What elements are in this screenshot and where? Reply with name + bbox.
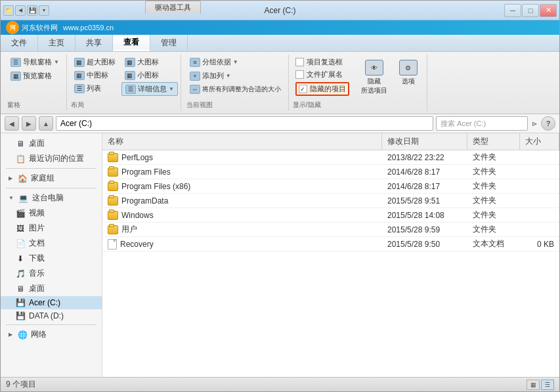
- table-row[interactable]: Program Files 2014/6/28 8:17 文件夹: [102, 165, 559, 179]
- sidebar-item-recent[interactable]: 📋 最近访问的位置: [1, 151, 102, 166]
- sidebar-item-music[interactable]: 🎵 音乐: [1, 266, 102, 281]
- preview-pane-button[interactable]: ▦ 预览窗格: [7, 70, 62, 82]
- file-ext-row[interactable]: 文件扩展名: [295, 70, 349, 79]
- table-row[interactable]: Program Files (x86) 2014/6/28 8:17 文件夹: [102, 179, 559, 194]
- add-col-button[interactable]: + 添加列 ▼: [186, 70, 284, 82]
- details-btn[interactable]: ☰ 详细信息 ▼: [121, 82, 178, 96]
- small-icon-btn[interactable]: ▦ 小图标: [121, 69, 178, 81]
- list-btn[interactable]: ☰ 列表: [71, 82, 119, 95]
- sidebar-item-desktop2[interactable]: 🖥 桌面: [1, 281, 102, 296]
- large-icon-btn[interactable]: ▦ 大图标: [121, 56, 178, 68]
- sidebar-item-downloads[interactable]: ⬇ 下载: [1, 251, 102, 266]
- sidebar-item-data-d[interactable]: 💾 DATA (D:): [1, 309, 102, 322]
- close-button[interactable]: ✕: [540, 4, 557, 17]
- hidden-items-row[interactable]: 隐藏的项目: [295, 82, 349, 96]
- save-quick-icon[interactable]: 💾: [27, 5, 37, 16]
- search-field[interactable]: 搜索 Acer (C:): [436, 116, 528, 131]
- sidebar-item-pictures[interactable]: 🖼 图片: [1, 221, 102, 236]
- options-icon: ⚙: [399, 60, 418, 76]
- file-date: 2015/5/28 9:59: [382, 225, 467, 234]
- small-icon: ▦: [125, 71, 135, 80]
- back-button[interactable]: ◀: [5, 116, 19, 131]
- details-icon: ☰: [125, 85, 136, 94]
- group-by-button[interactable]: ≡ 分组依据 ▼: [186, 56, 284, 68]
- col-header-type[interactable]: 类型: [467, 133, 520, 150]
- driver-tools-tab[interactable]: 驱动器工具: [145, 1, 201, 14]
- file-name-cell: Program Files: [102, 167, 382, 177]
- title-bar-icons: 📁 ◀ 💾 ▼: [3, 5, 49, 16]
- sidebar-item-label-recent: 最近访问的位置: [29, 153, 84, 164]
- medium-icon: ▦: [74, 71, 85, 80]
- tab-file[interactable]: 文件: [1, 35, 38, 51]
- sidebar-item-videos[interactable]: 🎬 视频: [1, 206, 102, 221]
- ribbon-group-show-hide: 项目复选框 文件扩展名 隐藏的项目: [290, 54, 427, 111]
- back-quick-icon[interactable]: ◀: [15, 5, 26, 16]
- pin-button[interactable]: ⊳: [530, 119, 538, 129]
- show-hide-content: 项目复选框 文件扩展名 隐藏的项目: [293, 56, 424, 99]
- file-type: 文件夹: [467, 195, 520, 206]
- address-field[interactable]: Acer (C:): [56, 116, 433, 131]
- tab-home[interactable]: 主页: [38, 35, 75, 51]
- tab-view[interactable]: 查看: [113, 35, 150, 51]
- table-row[interactable]: PerfLogs 2013/8/22 23:22 文件夹: [102, 150, 559, 165]
- col-header-size[interactable]: 大小: [520, 133, 559, 150]
- medium-icon-btn[interactable]: ▦ 中图标: [71, 69, 119, 81]
- minimize-button[interactable]: ─: [504, 4, 521, 17]
- list-view-button[interactable]: ☰: [541, 380, 554, 390]
- item-checkbox[interactable]: [295, 58, 304, 66]
- folder-icon: [108, 225, 118, 234]
- ribbon-group-current-view: ≡ 分组依据 ▼ + 添加列 ▼ ↔ 将所有列调整为合适的大小 当前视图: [183, 54, 289, 111]
- tab-manage[interactable]: 管理: [150, 35, 188, 51]
- group-by-arrow: ▼: [233, 59, 238, 65]
- group-by-icon: ≡: [190, 58, 200, 67]
- sidebar-item-network[interactable]: ▶ 🌐 网络: [1, 327, 102, 342]
- fit-cols-button[interactable]: ↔ 将所有列调整为合适的大小: [186, 83, 284, 95]
- videos-icon: 🎬: [15, 209, 26, 218]
- hide-selected-options: 👁 隐藏所选项目 ⚙ 选项: [356, 56, 424, 99]
- extra-large-label: 超大图标: [87, 57, 116, 67]
- sidebar-item-homegroup[interactable]: ▶ 🏠 家庭组: [1, 171, 102, 186]
- hide-selected-button[interactable]: 👁 隐藏所选项目: [357, 57, 391, 98]
- sidebar-item-documents[interactable]: 📄 文档: [1, 236, 102, 251]
- up-button[interactable]: ▲: [39, 116, 53, 131]
- table-row[interactable]: Recovery 2015/5/28 9:50 文本文档 0 KB: [102, 237, 559, 251]
- quick-access-icon[interactable]: 📁: [3, 5, 14, 16]
- sidebar-item-this-pc[interactable]: ▼ 💻 这台电脑: [1, 190, 102, 206]
- main-window: 📁 ◀ 💾 ▼ 驱动器工具 Acer (C:) ─ □ ✕ 河 河东软件网 ww…: [0, 0, 560, 392]
- nav-pane-button[interactable]: ☰ 导航窗格 ▼: [7, 56, 62, 68]
- music-icon: 🎵: [15, 269, 26, 278]
- watermark-url: www.pc0359.cn: [63, 24, 114, 32]
- item-checkbox-row[interactable]: 项目复选框: [295, 57, 349, 67]
- panes-buttons: ☰ 导航窗格 ▼ ▦ 预览窗格: [7, 56, 62, 99]
- window-title: Acer (C:): [265, 6, 296, 15]
- file-size: 0 KB: [520, 240, 559, 249]
- sidebar-item-desktop[interactable]: 🖥 桌面: [1, 136, 102, 151]
- extra-large-icon-btn[interactable]: ▦ 超大图标: [71, 56, 119, 68]
- tab-share[interactable]: 共享: [75, 35, 113, 51]
- col-header-name[interactable]: 名称: [102, 133, 382, 150]
- forward-button[interactable]: ▶: [22, 116, 36, 131]
- table-row[interactable]: ProgramData 2015/5/28 9:51 文件夹: [102, 194, 559, 208]
- sidebar-item-label-acer-c: Acer (C:): [29, 298, 60, 307]
- file-name: ProgramData: [121, 196, 168, 206]
- help-button[interactable]: ?: [541, 116, 555, 131]
- table-row[interactable]: 用户 2015/5/28 9:59 文件夹: [102, 223, 559, 237]
- file-date: 2013/8/22 23:22: [382, 153, 467, 162]
- folder-icon: [108, 153, 118, 162]
- data-d-icon: 💾: [15, 311, 26, 320]
- grid-view-button[interactable]: ▦: [527, 380, 540, 390]
- sidebar-item-acer-c[interactable]: 💾 Acer (C:): [1, 296, 102, 309]
- table-row[interactable]: Windows 2015/5/28 14:08 文件夹: [102, 208, 559, 223]
- drop-quick-icon[interactable]: ▼: [39, 5, 49, 16]
- ribbon-group-panes: ☰ 导航窗格 ▼ ▦ 预览窗格 窗格: [3, 54, 67, 111]
- col-header-date[interactable]: 修改日期: [382, 133, 467, 150]
- maximize-button[interactable]: □: [522, 4, 539, 17]
- file-name-cell: Windows: [102, 211, 382, 220]
- status-bar: 9 个项目 ▦ ☰: [1, 377, 559, 391]
- sidebar-divider-3: [6, 324, 97, 325]
- hidden-items-checkbox[interactable]: [299, 85, 307, 93]
- options-button[interactable]: ⚙ 选项: [394, 57, 423, 98]
- window-controls: ─ □ ✕: [504, 4, 557, 17]
- file-ext-checkbox[interactable]: [295, 70, 304, 79]
- nav-pane-arrow: ▼: [54, 59, 59, 65]
